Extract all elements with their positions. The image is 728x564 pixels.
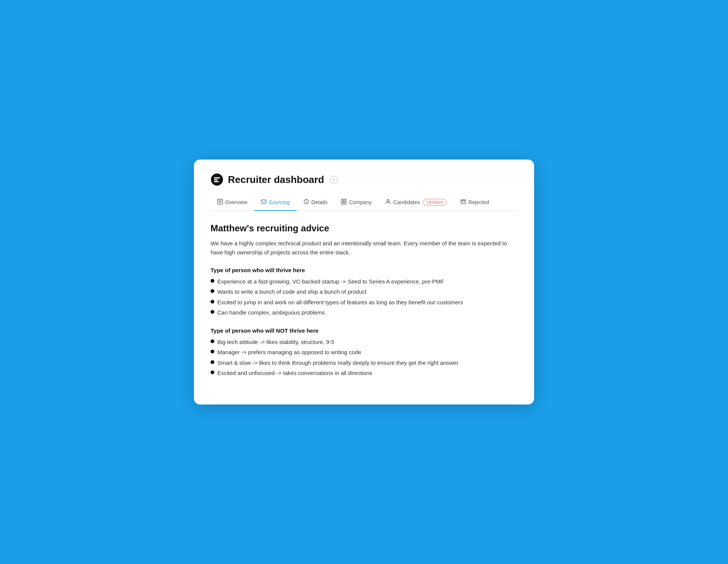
- svg-rect-13: [342, 200, 344, 201]
- list-item: Experience at a fast-growing, VC-backed …: [211, 277, 517, 286]
- list-item: Wants to write a bunch of code and ship …: [211, 287, 517, 296]
- thrive-item-3: Excited to jump in and work on all diffe…: [217, 298, 463, 307]
- tab-sourcing-label: Sourcing: [269, 199, 290, 205]
- sourcing-icon: [261, 199, 266, 206]
- list-item: Manager -> prefers managing as opposed t…: [211, 348, 517, 356]
- bullet-dot: [211, 360, 214, 364]
- company-icon: [341, 199, 347, 206]
- main-card: Recruiter dashboard i Overview: [194, 160, 534, 404]
- not-thrive-item-3: Smart & slow -> likes to think through p…: [217, 358, 458, 367]
- svg-point-11: [306, 200, 306, 201]
- candidates-icon: [385, 199, 391, 206]
- tab-company[interactable]: Company: [334, 195, 378, 211]
- bullet-dot: [211, 310, 214, 314]
- tab-overview[interactable]: Overview: [211, 195, 254, 211]
- list-item: Excited and unfocused -> takes conversat…: [211, 369, 517, 377]
- svg-rect-1: [214, 177, 220, 178]
- tab-candidates-label: Candidates: [393, 199, 420, 205]
- rejected-icon: [460, 199, 466, 206]
- thrive-section: Type of person who will thrive here Expe…: [211, 267, 517, 317]
- thrive-item-1: Experience at a fast-growing, VC-backed …: [217, 277, 444, 286]
- list-item: Smart & slow -> likes to think through p…: [211, 358, 517, 367]
- details-icon: [304, 199, 309, 206]
- nav-tabs: Overview Sourcing Details: [211, 195, 517, 211]
- recruiter-logo: [211, 173, 223, 186]
- tab-details-label: Details: [311, 199, 328, 205]
- main-content: Matthew's recruiting advice We have a hi…: [211, 223, 517, 377]
- info-icon: i: [330, 176, 338, 183]
- svg-rect-3: [214, 181, 219, 182]
- not-thrive-section: Type of person who will NOT thrive here …: [211, 327, 517, 377]
- svg-point-17: [387, 200, 389, 202]
- svg-rect-10: [306, 201, 307, 203]
- overview-icon: [217, 199, 223, 206]
- bullet-dot: [211, 279, 214, 283]
- not-thrive-item-1: Big tech attitude -> likes stability, st…: [217, 338, 334, 346]
- not-thrive-item-4: Excited and unfocused -> takes conversat…: [217, 369, 372, 377]
- thrive-item-2: Wants to write a bunch of code and ship …: [217, 287, 367, 296]
- svg-rect-2: [214, 179, 218, 180]
- tab-rejected-label: Rejected: [468, 199, 489, 205]
- svg-rect-16: [344, 202, 345, 203]
- bullet-dot: [211, 370, 214, 374]
- bullet-dot: [211, 289, 214, 293]
- thrive-heading: Type of person who will thrive here: [211, 267, 517, 273]
- svg-rect-6: [219, 201, 222, 202]
- list-item: Can handle complex, ambiguous problems: [211, 308, 517, 317]
- not-thrive-heading: Type of person who will NOT thrive here: [211, 327, 517, 334]
- svg-rect-14: [344, 200, 345, 201]
- tab-details[interactable]: Details: [297, 195, 335, 211]
- svg-rect-8: [261, 200, 266, 204]
- svg-rect-15: [342, 202, 344, 203]
- tab-company-label: Company: [349, 199, 372, 205]
- content-title: Matthew's recruiting advice: [211, 223, 517, 234]
- bullet-dot: [211, 300, 214, 304]
- not-thrive-list: Big tech attitude -> likes stability, st…: [211, 338, 517, 377]
- bullet-dot: [211, 350, 214, 353]
- svg-rect-5: [219, 200, 222, 201]
- list-item: Excited to jump in and work on all diffe…: [211, 298, 517, 307]
- content-intro: We have a highly complex technical produ…: [211, 239, 517, 257]
- page-title: Recruiter dashboard: [228, 174, 324, 186]
- bullet-dot: [211, 339, 214, 343]
- svg-rect-18: [461, 200, 465, 204]
- svg-rect-7: [219, 203, 221, 203]
- not-thrive-item-2: Manager -> prefers managing as opposed t…: [217, 348, 361, 356]
- tab-overview-label: Overview: [225, 199, 247, 205]
- thrive-list: Experience at a fast-growing, VC-backed …: [211, 277, 517, 317]
- tab-sourcing[interactable]: Sourcing: [254, 195, 296, 211]
- tab-rejected[interactable]: Rejected: [454, 195, 496, 211]
- updates-badge: Updates: [423, 199, 447, 206]
- list-item: Big tech attitude -> likes stability, st…: [211, 338, 517, 346]
- thrive-item-4: Can handle complex, ambiguous problems: [217, 308, 325, 317]
- tab-candidates[interactable]: Candidates Updates: [378, 195, 454, 211]
- page-header: Recruiter dashboard i: [211, 173, 517, 186]
- svg-rect-12: [341, 199, 346, 204]
